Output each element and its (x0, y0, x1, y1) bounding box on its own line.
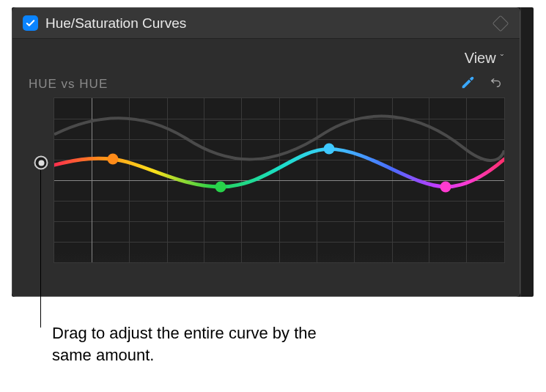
callout-text: Drag to adjust the entire curve by the s… (52, 322, 331, 366)
control-point-magenta[interactable] (440, 181, 451, 192)
panel-title: Hue/Saturation Curves (45, 15, 495, 32)
curve-title: HUE vs HUE (29, 77, 460, 92)
view-dropdown[interactable]: View ˇ (465, 50, 503, 67)
view-label: View (465, 50, 496, 67)
check-icon (25, 18, 36, 29)
curve-master-handle[interactable] (34, 156, 48, 170)
enable-checkbox[interactable] (23, 15, 38, 31)
hue-saturation-panel: Hue/Saturation Curves View ˇ HUE vs HUE (12, 7, 520, 297)
control-point-orange[interactable] (107, 153, 118, 164)
control-point-green[interactable] (215, 181, 226, 192)
hue-vs-hue-graph[interactable] (54, 97, 505, 263)
chevron-down-icon: ˇ (501, 53, 503, 64)
keyframe-diamond-icon[interactable] (492, 15, 509, 32)
eyedropper-icon[interactable] (460, 75, 476, 94)
panel-header: Hue/Saturation Curves (12, 8, 520, 39)
hue-curve[interactable] (54, 98, 504, 262)
reset-icon[interactable] (489, 75, 503, 93)
callout-leader-line (40, 170, 41, 328)
control-point-cyan[interactable] (323, 144, 334, 155)
scrollbar[interactable] (520, 7, 534, 297)
